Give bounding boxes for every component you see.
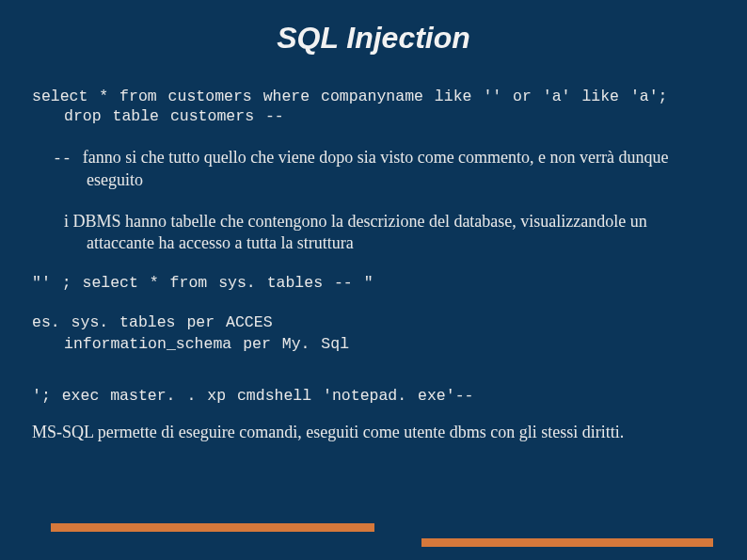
- code-inline: --: [53, 150, 83, 168]
- code-block-1: select * from customers where companynam…: [32, 88, 715, 126]
- slide-title: SQL Injection: [32, 21, 715, 56]
- code-block-3: es. sys. tables per ACCES information_sc…: [32, 312, 715, 355]
- code-line-2: "' ; select * from sys. tables -- ": [32, 274, 715, 292]
- code-line-4: '; exec master. . xp cmdshell 'notepad. …: [32, 387, 715, 405]
- paragraph-3: MS-SQL permette di eseguire comandi, ese…: [32, 422, 715, 443]
- code-line: drop table customers --: [32, 107, 715, 127]
- code-line: information_schema per My. Sql: [32, 334, 715, 355]
- code-line: select * from customers where companynam…: [32, 88, 715, 107]
- footer-accent-bar-right: [421, 538, 713, 547]
- paragraph-1-text: fanno si che tutto quello che viene dopo…: [83, 148, 669, 189]
- paragraph-2: i DBMS hanno tabelle che contengono la d…: [32, 211, 715, 253]
- code-line: es. sys. tables per ACCES: [32, 312, 715, 333]
- footer-accent-bar-left: [51, 523, 374, 532]
- paragraph-1: -- fanno si che tutto quello che viene d…: [32, 147, 715, 190]
